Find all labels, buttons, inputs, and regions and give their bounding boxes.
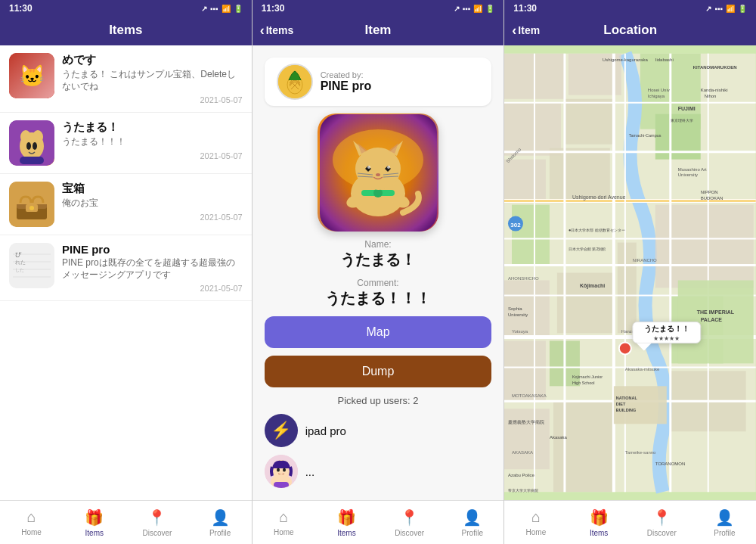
back-button-3[interactable]: ‹ Item bbox=[512, 23, 540, 37]
svg-point-47 bbox=[283, 468, 286, 472]
list-title-4: PINE pro bbox=[62, 243, 243, 256]
creator-text: Created by: PINE pro bbox=[321, 70, 372, 93]
tab-items-3[interactable]: 🎁 Items bbox=[568, 501, 631, 544]
tab-discover-label-2: Discover bbox=[395, 529, 424, 537]
svg-rect-69 bbox=[553, 401, 614, 492]
svg-text:帝京大学大学病院: 帝京大学大学病院 bbox=[508, 488, 538, 493]
items-icon-3: 🎁 bbox=[590, 508, 609, 527]
profile-icon-1: 👤 bbox=[211, 508, 230, 527]
map-container[interactable]: Ushigome-dori Avenue Shidocho NIRANCHO A… bbox=[504, 45, 756, 500]
back-chevron-3: ‹ bbox=[512, 23, 516, 37]
nav-title-1: Items bbox=[109, 23, 142, 38]
picked-up-label: Picked up users: 2 bbox=[338, 395, 419, 406]
user-name-1: ipad pro bbox=[305, 424, 346, 437]
svg-rect-68 bbox=[504, 409, 550, 469]
svg-text:AHONSHICHO: AHONSHICHO bbox=[508, 276, 539, 281]
tab-items-label-1: Items bbox=[85, 529, 104, 537]
svg-text:302: 302 bbox=[511, 222, 522, 228]
svg-text:Musashino Art: Musashino Art bbox=[678, 167, 707, 172]
dump-button[interactable]: Dump bbox=[265, 356, 492, 387]
list-date-4: 2021-05-07 bbox=[62, 284, 243, 293]
svg-text:した: した bbox=[15, 268, 24, 272]
nav-header-3: ‹ Item Location bbox=[504, 17, 756, 45]
svg-rect-64 bbox=[504, 340, 546, 401]
back-chevron-2: ‹ bbox=[260, 23, 265, 37]
user-avatar-2 bbox=[265, 455, 298, 488]
tab-home-label-1: Home bbox=[21, 528, 42, 536]
tab-discover-label-3: Discover bbox=[647, 529, 677, 537]
battery-icon-2: 🔋 bbox=[485, 5, 494, 13]
svg-text:Ushigome-kagurazaka: Ushigome-kagurazaka bbox=[603, 58, 649, 62]
wifi-icon-2: ▪▪▪ bbox=[463, 5, 471, 13]
items-icon-2: 🎁 bbox=[337, 508, 356, 527]
items-list[interactable]: 🐱 めです うたまる！ これはサンプル宝箱、Deleteしないでね 2021-0… bbox=[0, 45, 252, 500]
svg-text:Sophia: Sophia bbox=[508, 306, 522, 311]
list-content-4: PINE pro PINE proは既存の全てを超越する超最強のメッセージングア… bbox=[62, 243, 243, 293]
svg-point-16 bbox=[29, 206, 34, 210]
creator-icon bbox=[277, 64, 313, 100]
tab-profile-label-1: Profile bbox=[209, 529, 231, 537]
signal-icon-2: 📶 bbox=[473, 5, 482, 13]
back-label-2: Items bbox=[266, 24, 294, 36]
svg-text:Akasaka: Akasaka bbox=[550, 435, 568, 440]
svg-text:FUJIMI: FUJIMI bbox=[678, 106, 696, 111]
item-panel: 11:30 ↗ ▪▪▪ 📶 🔋 ‹ Items Item bbox=[253, 0, 505, 544]
svg-text:PALACE: PALACE bbox=[701, 317, 723, 322]
wifi-icon-3: ▪▪▪ bbox=[714, 5, 723, 13]
list-title-2: うたまる！ bbox=[62, 120, 243, 135]
svg-text:Yotsuya: Yotsuya bbox=[512, 329, 528, 334]
time-1: 11:30 bbox=[9, 3, 33, 14]
list-item-2[interactable]: うたまる！ うたまる！！！ 2021-05-07 bbox=[0, 113, 252, 174]
tab-home-3[interactable]: ⌂ Home bbox=[504, 501, 567, 544]
nav-header-2: ‹ Items Item bbox=[253, 17, 504, 45]
status-icons-2: ↗ ▪▪▪ 📶 🔋 bbox=[454, 5, 495, 13]
list-item-4[interactable]: ぴ れた した PINE pro PINE proは既存の全てを超越する超最強の… bbox=[0, 235, 252, 301]
location-icon-1: ↗ bbox=[201, 5, 207, 13]
tab-home-label-2: Home bbox=[274, 528, 294, 536]
svg-rect-58 bbox=[504, 103, 561, 156]
svg-text:慶應義塾大学病院: 慶應義塾大学病院 bbox=[508, 419, 544, 424]
tab-bar-1: ⌂ Home 🎁 Items 📍 Discover 👤 Profile bbox=[0, 500, 252, 544]
tab-home-2[interactable]: ⌂ Home bbox=[253, 501, 315, 544]
tab-items-2[interactable]: 🎁 Items bbox=[315, 501, 378, 544]
tab-bar-3: ⌂ Home 🎁 Items 📍 Discover 👤 Profile bbox=[504, 500, 756, 544]
tab-profile-3[interactable]: 👤 Profile bbox=[693, 501, 756, 544]
map-button[interactable]: Map bbox=[265, 316, 492, 348]
tab-profile-1[interactable]: 👤 Profile bbox=[189, 501, 252, 544]
tab-home-1[interactable]: ⌂ Home bbox=[0, 501, 63, 544]
svg-text:Tamachi-Campus: Tamachi-Campus bbox=[629, 133, 662, 138]
tab-discover-1[interactable]: 📍 Discover bbox=[125, 501, 188, 544]
list-content-1: めです うたまる！ これはサンプル宝箱、Deleteしないでね 2021-05-… bbox=[62, 53, 243, 104]
list-title-1: めです bbox=[62, 53, 243, 67]
tab-profile-label-2: Profile bbox=[462, 529, 483, 537]
tab-discover-3[interactable]: 📍 Discover bbox=[631, 501, 693, 544]
creator-label: Created by: bbox=[321, 70, 372, 79]
tab-discover-2[interactable]: 📍 Discover bbox=[378, 501, 441, 544]
time-3: 11:30 bbox=[513, 3, 537, 14]
tab-discover-label-1: Discover bbox=[142, 529, 172, 537]
signal-icon-1: 📶 bbox=[222, 5, 231, 13]
nav-title-3: Location bbox=[603, 23, 657, 38]
svg-text:Hosei Univ: Hosei Univ bbox=[648, 88, 670, 92]
location-icon-3: ↗ bbox=[705, 5, 711, 13]
list-item-3[interactable]: 宝箱 俺のお宝 2021-05-07 bbox=[0, 174, 252, 235]
svg-text:うたまる！！: うたまる！！ bbox=[644, 325, 689, 333]
svg-rect-59 bbox=[565, 99, 614, 145]
back-label-3: Item bbox=[518, 24, 540, 36]
tab-profile-2[interactable]: 👤 Profile bbox=[441, 501, 503, 544]
svg-text:High School: High School bbox=[572, 381, 595, 385]
list-subtitle-2: うたまる！！！ bbox=[62, 136, 243, 148]
tab-items-1[interactable]: 🎁 Items bbox=[63, 501, 125, 544]
user-name-2: ... bbox=[305, 465, 315, 478]
svg-text:NIRANCHO: NIRANCHO bbox=[633, 258, 657, 263]
back-button-2[interactable]: ‹ Items bbox=[260, 23, 294, 37]
svg-text:NIPPON: NIPPON bbox=[701, 190, 718, 194]
svg-text:Kojimachi Junior: Kojimachi Junior bbox=[572, 375, 603, 379]
list-subtitle-3: 俺のお宝 bbox=[62, 197, 243, 210]
svg-rect-60 bbox=[504, 160, 546, 201]
svg-point-8 bbox=[26, 142, 31, 150]
list-date-2: 2021-05-07 bbox=[62, 151, 243, 160]
svg-text:University: University bbox=[678, 173, 698, 177]
svg-point-36 bbox=[387, 166, 390, 169]
list-item-1[interactable]: 🐱 めです うたまる！ これはサンプル宝箱、Deleteしないでね 2021-0… bbox=[0, 45, 252, 113]
